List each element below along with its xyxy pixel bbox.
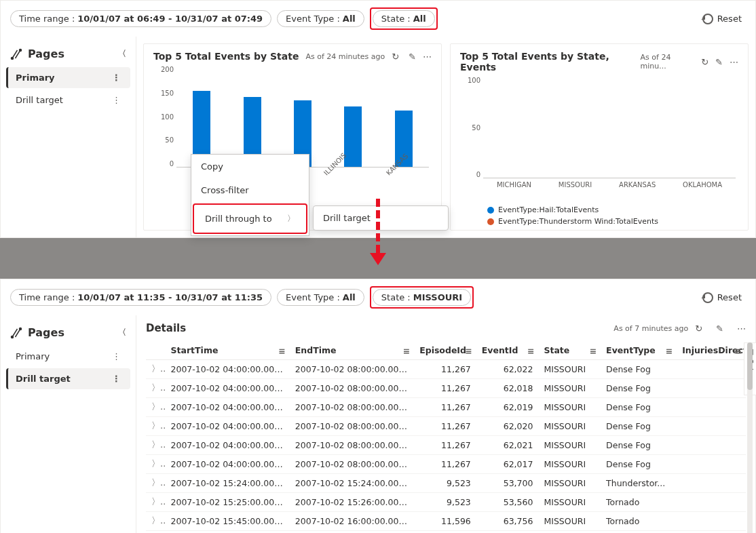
cell-endtime: 2007-10-02 15:26:00.0000 bbox=[290, 493, 414, 512]
collapse-sidebar-icon[interactable]: 〈 bbox=[118, 327, 126, 338]
event-type-pill[interactable]: Event Type : All bbox=[277, 10, 364, 27]
expand-row-icon[interactable]: 〉 bbox=[146, 512, 166, 531]
more-icon[interactable]: ⋮ bbox=[112, 73, 121, 83]
more-icon[interactable]: ⋮ bbox=[112, 351, 121, 361]
expand-row-icon[interactable]: 〉 bbox=[146, 417, 166, 436]
menu-drill-target[interactable]: Drill target bbox=[314, 206, 448, 230]
cell-episodeid: 11,596 bbox=[414, 531, 476, 534]
column-menu-icon[interactable]: ≡ bbox=[735, 346, 742, 356]
col-injuriesdirect[interactable]: InjuriesDirect≡ bbox=[677, 341, 746, 360]
pages-title: Pages bbox=[28, 326, 64, 339]
cell-endtime: 2007-10-02 08:00:00.0000 bbox=[290, 417, 414, 436]
table-row[interactable]: 〉2007-10-02 04:00:00.00002007-10-02 08:0… bbox=[146, 360, 746, 379]
cell-injuriesdirect bbox=[677, 531, 746, 534]
context-menu: Copy Cross-filter Drill through to 〉 bbox=[191, 154, 309, 236]
card-title: Top 5 Total Events by State, Events bbox=[460, 51, 634, 73]
table-row[interactable]: 〉2007-10-02 15:24:00.00002007-10-02 15:2… bbox=[146, 474, 746, 493]
table-row[interactable]: 〉2007-10-02 04:00:00.00002007-10-02 08:0… bbox=[146, 379, 746, 398]
refresh-icon[interactable]: ↻ bbox=[701, 57, 708, 67]
col-endtime[interactable]: EndTime≡ bbox=[290, 341, 414, 360]
reset-button[interactable]: Reset bbox=[698, 290, 746, 306]
menu-copy[interactable]: Copy bbox=[191, 155, 309, 178]
cell-eventtype: Dense Fog bbox=[601, 417, 677, 436]
edit-icon[interactable]: ✎ bbox=[409, 52, 416, 62]
table-row[interactable]: 〉2007-10-02 04:00:00.00002007-10-02 08:0… bbox=[146, 455, 746, 474]
table-row[interactable]: 〉2007-10-02 04:00:00.00002007-10-02 08:0… bbox=[146, 436, 746, 455]
expand-row-icon[interactable]: 〉 bbox=[146, 360, 166, 379]
bottom-content: Pages 〈 Primary ⋮ Drill target ⋮ Details… bbox=[1, 315, 755, 533]
expand-row-icon[interactable]: 〉 bbox=[146, 436, 166, 455]
col-eventid[interactable]: EventId≡ bbox=[476, 341, 539, 360]
more-icon[interactable]: ⋯ bbox=[423, 52, 432, 62]
table-header-row: StartTime≡ EndTime≡ EpisodeId≡ EventId≡ … bbox=[146, 341, 746, 360]
edit-icon[interactable]: ✎ bbox=[715, 57, 723, 67]
cell-injuriesdirect bbox=[677, 512, 746, 531]
column-menu-icon[interactable]: ≡ bbox=[590, 346, 597, 356]
cell-eventtype: Dense Fog bbox=[601, 379, 677, 398]
cell-injuriesdirect bbox=[677, 455, 746, 474]
state-pill[interactable]: State : All bbox=[373, 10, 435, 27]
more-icon[interactable]: ⋮ bbox=[112, 95, 121, 105]
sidebar-item-drill-target[interactable]: Drill target ⋮ bbox=[6, 90, 130, 111]
table-row[interactable]: 〉2007-10-02 15:45:00.00002007-10-02 16:0… bbox=[146, 512, 746, 531]
event-type-value: All bbox=[343, 292, 356, 302]
expand-row-icon[interactable]: 〉 bbox=[146, 398, 166, 417]
time-range-pill[interactable]: Time range : 10/01/07 at 06:49 - 10/31/0… bbox=[10, 10, 271, 27]
legend-item[interactable]: EventType:Thunderstorm Wind:TotalEvents bbox=[487, 217, 738, 226]
column-menu-icon[interactable]: ≡ bbox=[278, 346, 285, 356]
column-menu-icon[interactable]: ≡ bbox=[403, 346, 410, 356]
col-state[interactable]: State≡ bbox=[538, 341, 601, 360]
cell-state: MISSOURI bbox=[538, 398, 601, 417]
plot-area bbox=[483, 77, 736, 178]
cell-starttime: 2007-10-02 04:00:00.0000 bbox=[166, 436, 290, 455]
more-icon[interactable]: ⋮ bbox=[112, 374, 121, 384]
sidebar-item-label: Drill target bbox=[16, 374, 71, 384]
cell-episodeid: 11,267 bbox=[414, 455, 476, 474]
menu-cross-filter[interactable]: Cross-filter bbox=[191, 178, 309, 202]
cell-eventtype: Tornado bbox=[601, 512, 677, 531]
more-icon[interactable]: ⋯ bbox=[737, 323, 746, 334]
table-row[interactable]: 〉2007-10-02 15:49:00.00002007-10-02 15:4… bbox=[146, 531, 746, 534]
collapse-sidebar-icon[interactable]: 〈 bbox=[118, 48, 126, 60]
sidebar-item-drill-target[interactable]: Drill target ⋮ bbox=[6, 368, 130, 389]
scrollbar-thumb[interactable] bbox=[747, 342, 753, 390]
table-row[interactable]: 〉2007-10-02 15:25:00.00002007-10-02 15:2… bbox=[146, 493, 746, 512]
cell-endtime: 2007-10-02 15:49:00.0000 bbox=[290, 531, 414, 534]
expand-row-icon[interactable]: 〉 bbox=[146, 531, 166, 534]
legend-label: EventType:Hail:TotalEvents bbox=[498, 205, 599, 214]
expand-row-icon[interactable]: 〉 bbox=[146, 493, 166, 512]
column-menu-icon[interactable]: ≡ bbox=[527, 346, 534, 356]
state-pill[interactable]: State : MISSOURI bbox=[373, 289, 471, 306]
col-episodeid[interactable]: EpisodeId≡ bbox=[414, 341, 476, 360]
column-menu-icon[interactable]: ≡ bbox=[465, 346, 472, 356]
details-meta: As of 7 minutes ago bbox=[613, 324, 688, 333]
expand-row-icon[interactable]: 〉 bbox=[146, 379, 166, 398]
time-range-pill[interactable]: Time range : 10/01/07 at 11:35 - 10/31/0… bbox=[10, 289, 271, 306]
time-range-label: Time range : bbox=[19, 14, 75, 24]
col-starttime[interactable]: StartTime≡ bbox=[166, 341, 290, 360]
diagram-gap bbox=[0, 238, 756, 279]
more-icon[interactable]: ⋯ bbox=[730, 57, 738, 67]
refresh-icon[interactable]: ↻ bbox=[392, 52, 399, 62]
cell-eventid: 63,756 bbox=[476, 512, 539, 531]
cell-state: MISSOURI bbox=[538, 417, 601, 436]
menu-drill-through[interactable]: Drill through to 〉 bbox=[195, 206, 305, 231]
expand-row-icon[interactable]: 〉 bbox=[146, 455, 166, 474]
refresh-icon[interactable]: ↻ bbox=[695, 323, 702, 334]
sidebar-item-primary[interactable]: Primary ⋮ bbox=[6, 67, 130, 88]
y-axis: 100 50 0 bbox=[460, 77, 480, 178]
reset-button[interactable]: Reset bbox=[698, 11, 746, 27]
column-menu-icon[interactable]: ≡ bbox=[666, 346, 673, 356]
col-eventtype[interactable]: EventType≡ bbox=[601, 341, 677, 360]
chart-top5-by-state-events[interactable]: 100 50 0 MICHIGAN bbox=[460, 77, 738, 199]
pages-title: Pages bbox=[28, 47, 64, 60]
event-type-pill[interactable]: Event Type : All bbox=[277, 289, 364, 306]
cell-endtime: 2007-10-02 08:00:00.0000 bbox=[290, 398, 414, 417]
expand-row-icon[interactable]: 〉 bbox=[146, 474, 166, 493]
legend-item[interactable]: EventType:Hail:TotalEvents bbox=[487, 205, 738, 214]
cell-episodeid: 11,267 bbox=[414, 417, 476, 436]
sidebar-item-primary[interactable]: Primary ⋮ bbox=[6, 346, 130, 367]
table-row[interactable]: 〉2007-10-02 04:00:00.00002007-10-02 08:0… bbox=[146, 398, 746, 417]
table-row[interactable]: 〉2007-10-02 04:00:00.00002007-10-02 08:0… bbox=[146, 417, 746, 436]
edit-icon[interactable]: ✎ bbox=[716, 323, 723, 334]
